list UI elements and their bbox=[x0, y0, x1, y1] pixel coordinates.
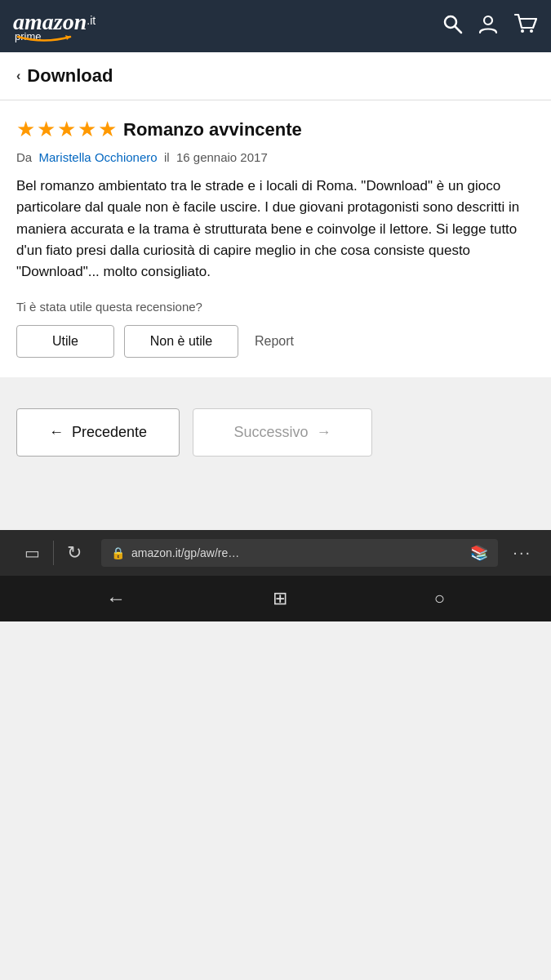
more-options-icon[interactable]: ··· bbox=[506, 543, 538, 562]
prev-label: Precedente bbox=[72, 424, 147, 441]
svg-point-4 bbox=[521, 29, 524, 33]
url-area[interactable]: 🔒 amazon.it/gp/aw/re… 📚 bbox=[101, 539, 498, 567]
copy-icon[interactable]: ▭ bbox=[13, 543, 51, 563]
url-text: amazon.it/gp/aw/re… bbox=[131, 546, 464, 559]
windows-logo-icon[interactable]: ⊞ bbox=[273, 588, 287, 609]
action-buttons: Utile Non è utile Report bbox=[16, 325, 535, 358]
search-icon[interactable] bbox=[442, 13, 463, 39]
logo-it-text: .it bbox=[87, 13, 96, 26]
next-label: Successivo bbox=[233, 424, 308, 441]
prev-arrow-icon: ← bbox=[49, 424, 64, 441]
logo: amazon.it prime bbox=[13, 11, 96, 42]
back-navigation[interactable]: ‹ Download bbox=[0, 52, 551, 100]
previous-button[interactable]: ← Precedente bbox=[16, 408, 180, 457]
helpful-button[interactable]: Utile bbox=[16, 325, 114, 358]
author-name-link[interactable]: Maristella Occhionero bbox=[39, 150, 158, 164]
review-body: Bel romanzo ambientato tra le strade e i… bbox=[16, 176, 535, 283]
review-header: ★★★★★ Romanzo avvincente bbox=[16, 117, 535, 142]
next-arrow-icon: → bbox=[317, 424, 331, 441]
review-date: 16 gennaio 2017 bbox=[176, 150, 268, 164]
author-line: Da Maristella Occhionero il 16 gennaio 2… bbox=[16, 150, 535, 164]
reading-mode-icon[interactable]: 📚 bbox=[470, 544, 488, 562]
next-button[interactable]: Successivo → bbox=[193, 408, 372, 457]
amazon-header: amazon.it prime bbox=[0, 0, 551, 52]
helpful-question: Ti è stata utile questa recensione? bbox=[16, 300, 535, 314]
browser-bar: ▭ ↻ 🔒 amazon.it/gp/aw/re… 📚 ··· bbox=[0, 530, 551, 576]
review-content: ★★★★★ Romanzo avvincente Da Maristella O… bbox=[0, 100, 551, 377]
back-chevron-icon: ‹ bbox=[16, 69, 20, 83]
amazon-smile bbox=[16, 34, 72, 42]
logo-amazon-text: amazon bbox=[13, 9, 87, 34]
search-windows-icon[interactable]: ○ bbox=[434, 588, 445, 609]
divider-1 bbox=[53, 541, 54, 565]
cart-icon[interactable] bbox=[513, 13, 538, 39]
star-rating: ★★★★★ bbox=[16, 117, 118, 142]
svg-point-5 bbox=[530, 29, 533, 33]
account-icon[interactable] bbox=[478, 13, 499, 39]
svg-point-3 bbox=[484, 16, 492, 24]
windows-nav-bar: ← ⊞ ○ bbox=[0, 576, 551, 621]
review-title: Romanzo avvincente bbox=[123, 119, 302, 140]
header-icons bbox=[442, 13, 538, 39]
author-prefix: Da bbox=[16, 150, 32, 164]
back-button-icon[interactable]: ← bbox=[106, 587, 126, 610]
svg-line-2 bbox=[455, 27, 462, 33]
report-button[interactable]: Report bbox=[248, 326, 300, 357]
back-title: Download bbox=[27, 65, 113, 87]
pagination-area: ← Precedente Successivo → bbox=[0, 384, 551, 481]
not-helpful-button[interactable]: Non è utile bbox=[124, 325, 238, 358]
date-prefix: il bbox=[164, 150, 170, 164]
spacer bbox=[0, 481, 551, 530]
refresh-icon[interactable]: ↻ bbox=[56, 542, 93, 564]
lock-icon: 🔒 bbox=[111, 546, 125, 559]
